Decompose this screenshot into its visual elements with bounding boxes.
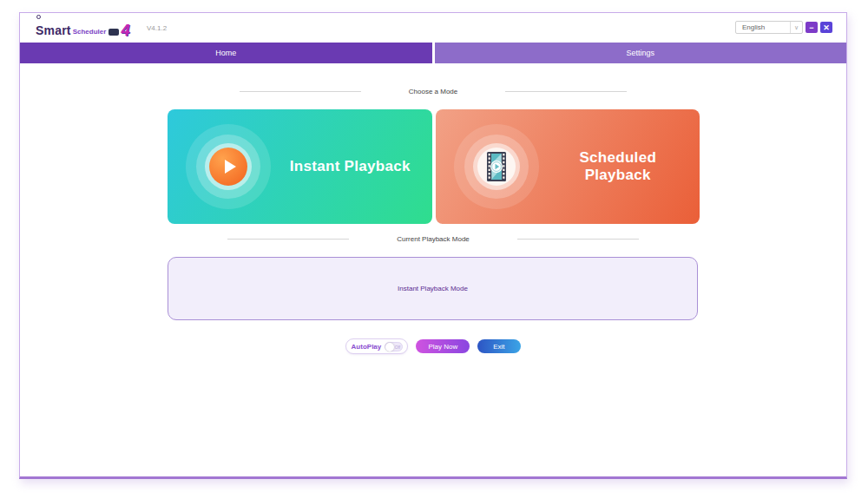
tab-home[interactable]: Home [20, 43, 432, 63]
scheduled-playback-card[interactable]: Scheduled Playback [436, 109, 700, 224]
app-window: Smart Scheduler 4 V4.1.2 English ∨ − ✕ H… [19, 12, 847, 479]
autoplay-toggle-pill[interactable]: AutoPlay Off [345, 338, 408, 354]
toggle-knob [385, 343, 394, 351]
current-mode-panel: Instant Playback Mode [168, 257, 698, 320]
ripple-ring-inner [473, 143, 520, 190]
instant-playback-title: Instant Playback [289, 158, 432, 175]
tab-settings[interactable]: Settings [435, 43, 847, 63]
chevron-down-icon: ∨ [790, 22, 802, 33]
ripple-ring-mid [464, 135, 529, 199]
ripple-ring-inner [205, 143, 252, 190]
app-version-label: V4.1.2 [147, 24, 167, 32]
logo-version-number: 4 [121, 23, 129, 37]
scheduled-playback-icon-wrap [436, 124, 557, 209]
language-selected-value: English [736, 23, 790, 31]
divider-line [240, 91, 361, 92]
logo-text-sub: Scheduler [73, 28, 107, 36]
ripple-ring-outer [454, 124, 539, 209]
autoplay-label: AutoPlay [352, 343, 382, 351]
instant-playback-card[interactable]: Instant Playback [168, 109, 432, 224]
exit-button[interactable]: Exit [477, 339, 520, 353]
minimize-button[interactable]: − [806, 22, 818, 33]
scheduled-playback-title: Scheduled Playback [557, 149, 700, 184]
tab-bar: Home Settings [20, 43, 846, 63]
divider-line [517, 239, 639, 240]
current-mode-heading: Current Playback Mode [397, 235, 470, 243]
toggle-state-label: Off [395, 345, 401, 351]
divider-line [227, 239, 349, 240]
footer-controls: AutoPlay Off Play Now Exit [20, 338, 846, 354]
choose-mode-heading: Choose a Mode [409, 88, 457, 95]
film-strip-icon [477, 148, 516, 186]
ripple-ring-outer [186, 124, 271, 209]
play-triangle-icon [225, 160, 236, 174]
mode-cards-row: Instant Playback [168, 109, 700, 224]
close-button[interactable]: ✕ [820, 22, 832, 33]
language-select[interactable]: English ∨ [735, 21, 803, 34]
choose-mode-heading-row: Choose a Mode [20, 86, 846, 96]
autoplay-toggle-switch[interactable]: Off [385, 342, 403, 351]
logo-badge-icon [108, 29, 119, 36]
current-mode-heading-row: Current Playback Mode [20, 233, 846, 244]
ripple-ring-mid [196, 135, 260, 199]
play-icon [209, 148, 247, 186]
app-logo: Smart Scheduler 4 [36, 18, 129, 37]
current-mode-value: Instant Playback Mode [398, 285, 468, 292]
instant-playback-icon-wrap [168, 124, 289, 209]
logo-ring-icon [36, 15, 41, 19]
titlebar: Smart Scheduler 4 V4.1.2 English ∨ − ✕ [20, 13, 846, 43]
play-now-button[interactable]: Play Now [416, 339, 470, 353]
logo-text-main: Smart [36, 23, 71, 37]
divider-line [505, 91, 627, 92]
